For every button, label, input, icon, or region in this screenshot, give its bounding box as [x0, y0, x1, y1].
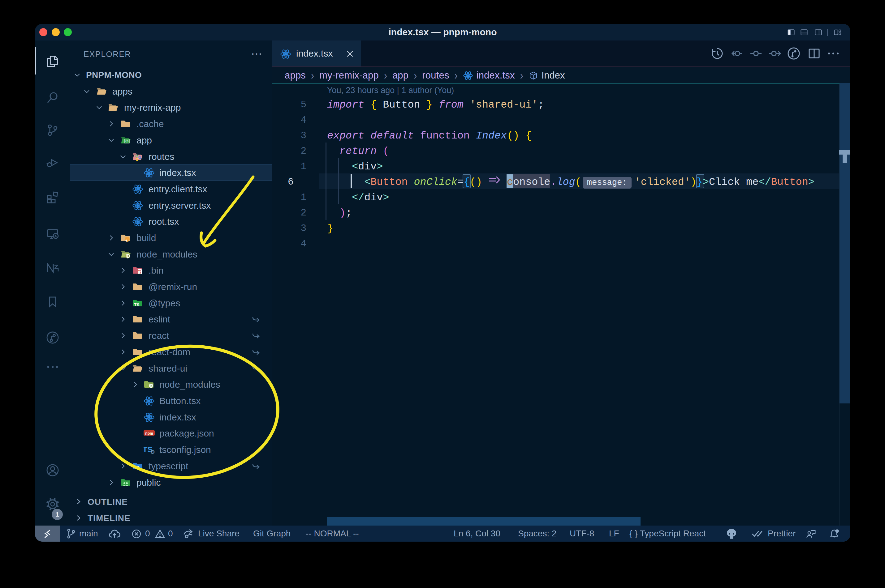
svg-text:10: 10	[138, 272, 141, 274]
svg-text:⚙: ⚙	[125, 139, 129, 144]
svg-text:js: js	[126, 254, 129, 258]
svg-text:⚙: ⚙	[150, 449, 155, 455]
svg-text:npm: npm	[145, 431, 153, 436]
svg-text:js: js	[149, 384, 152, 388]
svg-text:TS: TS	[134, 465, 139, 470]
svg-text:TS: TS	[134, 302, 139, 307]
